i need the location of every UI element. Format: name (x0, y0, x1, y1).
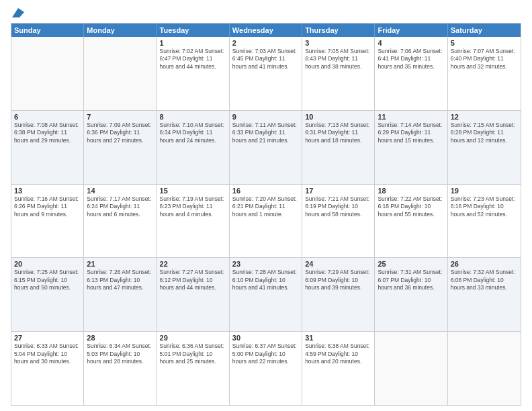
page-container: SundayMondayTuesdayWednesdayThursdayFrid… (0, 0, 532, 411)
svg-marker-0 (12, 8, 24, 17)
weekday-header-wednesday: Wednesday (230, 24, 302, 37)
day-cell-4: 4Sunrise: 7:06 AM Sunset: 6:41 PM Daylig… (375, 37, 447, 110)
day-number: 13 (14, 187, 81, 195)
day-info: Sunrise: 7:21 AM Sunset: 6:19 PM Dayligh… (305, 195, 371, 218)
day-info: Sunrise: 7:26 AM Sunset: 6:13 PM Dayligh… (87, 269, 153, 291)
day-cell-19: 19Sunrise: 7:23 AM Sunset: 6:16 PM Dayli… (448, 185, 521, 258)
day-number: 29 (160, 334, 226, 342)
day-cell-14: 14Sunrise: 7:17 AM Sunset: 6:24 PM Dayli… (84, 185, 157, 258)
day-cell-25: 25Sunrise: 7:31 AM Sunset: 6:07 PM Dayli… (375, 258, 447, 331)
day-info: Sunrise: 7:09 AM Sunset: 6:36 PM Dayligh… (87, 122, 153, 144)
day-number: 25 (378, 260, 444, 268)
day-cell-23: 23Sunrise: 7:28 AM Sunset: 6:10 PM Dayli… (230, 258, 302, 331)
calendar: SundayMondayTuesdayWednesdayThursdayFrid… (11, 23, 521, 406)
day-info: Sunrise: 7:27 AM Sunset: 6:12 PM Dayligh… (160, 269, 226, 291)
day-number: 27 (14, 334, 81, 342)
day-number: 5 (451, 39, 518, 47)
calendar-row: 20Sunrise: 7:25 AM Sunset: 6:15 PM Dayli… (11, 257, 521, 331)
day-number: 6 (14, 113, 81, 121)
day-cell-29: 29Sunrise: 6:36 AM Sunset: 5:01 PM Dayli… (157, 332, 230, 405)
day-number: 26 (451, 260, 518, 268)
day-info: Sunrise: 6:37 AM Sunset: 5:00 PM Dayligh… (232, 342, 299, 365)
calendar-row: 6Sunrise: 7:08 AM Sunset: 6:38 PM Daylig… (11, 110, 521, 184)
calendar-row: 27Sunrise: 6:33 AM Sunset: 5:04 PM Dayli… (11, 331, 521, 405)
day-cell-17: 17Sunrise: 7:21 AM Sunset: 6:19 PM Dayli… (302, 185, 375, 258)
day-number: 22 (160, 260, 226, 268)
calendar-row: 1Sunrise: 7:02 AM Sunset: 6:47 PM Daylig… (11, 37, 521, 110)
day-cell-24: 24Sunrise: 7:29 AM Sunset: 6:09 PM Dayli… (302, 258, 375, 331)
day-info: Sunrise: 7:03 AM Sunset: 6:45 PM Dayligh… (232, 48, 299, 71)
empty-cell (448, 332, 521, 405)
day-number: 16 (232, 187, 299, 195)
day-info: Sunrise: 7:08 AM Sunset: 6:38 PM Dayligh… (14, 122, 81, 144)
day-info: Sunrise: 7:23 AM Sunset: 6:16 PM Dayligh… (451, 195, 518, 218)
weekday-header-friday: Friday (375, 24, 447, 37)
day-info: Sunrise: 7:32 AM Sunset: 6:06 PM Dayligh… (451, 269, 518, 291)
day-cell-31: 31Sunrise: 6:38 AM Sunset: 4:59 PM Dayli… (302, 332, 375, 405)
day-cell-12: 12Sunrise: 7:15 AM Sunset: 6:28 PM Dayli… (448, 111, 521, 184)
empty-cell (375, 332, 447, 405)
day-number: 4 (378, 39, 444, 47)
day-info: Sunrise: 7:19 AM Sunset: 6:23 PM Dayligh… (160, 195, 226, 218)
day-number: 15 (160, 187, 226, 195)
day-number: 18 (378, 187, 444, 195)
day-number: 20 (14, 260, 81, 268)
day-info: Sunrise: 7:17 AM Sunset: 6:24 PM Dayligh… (87, 195, 153, 218)
logo (11, 8, 24, 17)
day-cell-16: 16Sunrise: 7:20 AM Sunset: 6:21 PM Dayli… (230, 185, 302, 258)
day-info: Sunrise: 6:34 AM Sunset: 5:03 PM Dayligh… (87, 342, 153, 365)
day-number: 11 (378, 113, 444, 121)
day-number: 7 (87, 113, 153, 121)
day-number: 17 (305, 187, 371, 195)
day-number: 30 (232, 334, 299, 342)
day-number: 28 (87, 334, 153, 342)
calendar-row: 13Sunrise: 7:16 AM Sunset: 6:26 PM Dayli… (11, 184, 521, 258)
day-info: Sunrise: 7:15 AM Sunset: 6:28 PM Dayligh… (451, 122, 518, 144)
weekday-header-thursday: Thursday (302, 24, 375, 37)
day-cell-6: 6Sunrise: 7:08 AM Sunset: 6:38 PM Daylig… (11, 111, 84, 184)
day-cell-1: 1Sunrise: 7:02 AM Sunset: 6:47 PM Daylig… (157, 37, 230, 110)
day-info: Sunrise: 7:16 AM Sunset: 6:26 PM Dayligh… (14, 195, 81, 218)
day-number: 24 (305, 260, 371, 268)
day-number: 12 (451, 113, 518, 121)
day-info: Sunrise: 7:22 AM Sunset: 6:18 PM Dayligh… (378, 195, 444, 218)
day-info: Sunrise: 7:13 AM Sunset: 6:31 PM Dayligh… (305, 122, 371, 144)
day-info: Sunrise: 6:36 AM Sunset: 5:01 PM Dayligh… (160, 342, 226, 365)
day-cell-2: 2Sunrise: 7:03 AM Sunset: 6:45 PM Daylig… (230, 37, 302, 110)
day-number: 1 (160, 39, 226, 47)
day-info: Sunrise: 7:10 AM Sunset: 6:34 PM Dayligh… (160, 122, 226, 144)
day-cell-26: 26Sunrise: 7:32 AM Sunset: 6:06 PM Dayli… (448, 258, 521, 331)
day-info: Sunrise: 6:33 AM Sunset: 5:04 PM Dayligh… (14, 342, 81, 365)
day-info: Sunrise: 7:25 AM Sunset: 6:15 PM Dayligh… (14, 269, 81, 291)
weekday-header-sunday: Sunday (11, 24, 84, 37)
day-cell-8: 8Sunrise: 7:10 AM Sunset: 6:34 PM Daylig… (157, 111, 230, 184)
day-cell-5: 5Sunrise: 7:07 AM Sunset: 6:40 PM Daylig… (448, 37, 521, 110)
day-info: Sunrise: 6:38 AM Sunset: 4:59 PM Dayligh… (305, 342, 371, 365)
day-info: Sunrise: 7:02 AM Sunset: 6:47 PM Dayligh… (160, 48, 226, 71)
day-info: Sunrise: 7:29 AM Sunset: 6:09 PM Dayligh… (305, 269, 371, 291)
day-number: 21 (87, 260, 153, 268)
day-cell-13: 13Sunrise: 7:16 AM Sunset: 6:26 PM Dayli… (11, 185, 84, 258)
day-info: Sunrise: 7:06 AM Sunset: 6:41 PM Dayligh… (378, 48, 444, 71)
day-number: 19 (451, 187, 518, 195)
day-cell-3: 3Sunrise: 7:05 AM Sunset: 6:43 PM Daylig… (302, 37, 375, 110)
day-number: 23 (232, 260, 299, 268)
day-info: Sunrise: 7:28 AM Sunset: 6:10 PM Dayligh… (232, 269, 299, 291)
empty-cell (84, 37, 157, 110)
day-info: Sunrise: 7:31 AM Sunset: 6:07 PM Dayligh… (378, 269, 444, 291)
logo-icon (12, 8, 24, 17)
day-cell-22: 22Sunrise: 7:27 AM Sunset: 6:12 PM Dayli… (157, 258, 230, 331)
day-number: 8 (160, 113, 226, 121)
weekday-header-saturday: Saturday (448, 24, 521, 37)
day-number: 31 (305, 334, 371, 342)
day-info: Sunrise: 7:14 AM Sunset: 6:29 PM Dayligh… (378, 122, 444, 144)
day-info: Sunrise: 7:07 AM Sunset: 6:40 PM Dayligh… (451, 48, 518, 71)
weekday-header-monday: Monday (84, 24, 157, 37)
day-cell-15: 15Sunrise: 7:19 AM Sunset: 6:23 PM Dayli… (157, 185, 230, 258)
day-info: Sunrise: 7:11 AM Sunset: 6:33 PM Dayligh… (232, 122, 299, 144)
day-cell-10: 10Sunrise: 7:13 AM Sunset: 6:31 PM Dayli… (302, 111, 375, 184)
day-cell-30: 30Sunrise: 6:37 AM Sunset: 5:00 PM Dayli… (230, 332, 302, 405)
day-number: 9 (232, 113, 299, 121)
day-cell-18: 18Sunrise: 7:22 AM Sunset: 6:18 PM Dayli… (375, 185, 447, 258)
calendar-body: 1Sunrise: 7:02 AM Sunset: 6:47 PM Daylig… (11, 37, 521, 405)
